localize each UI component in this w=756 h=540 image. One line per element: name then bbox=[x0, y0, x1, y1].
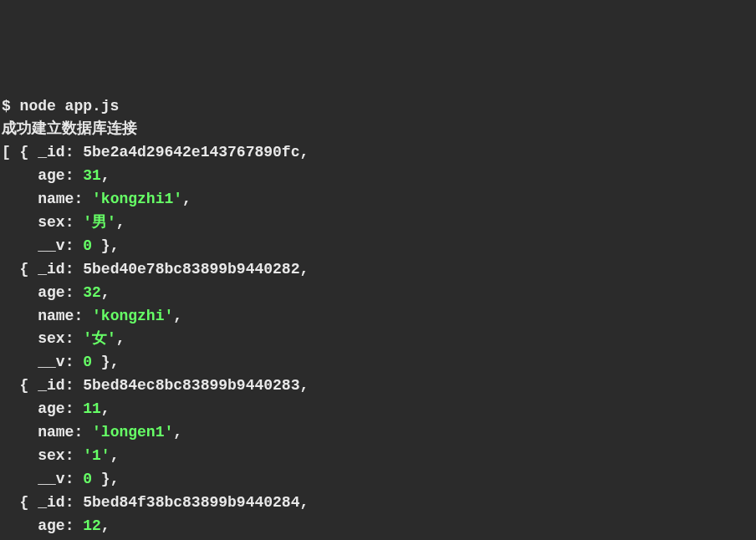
age-value-0: 31 bbox=[83, 167, 101, 184]
id-value-2: 5bed84ec8bc83899b9440283 bbox=[83, 377, 299, 394]
id-value-1: 5bed40e78bc83899b9440282 bbox=[83, 261, 299, 278]
age-value-1: 32 bbox=[83, 284, 101, 301]
id-value-3: 5bed84f38bc83899b9440284 bbox=[83, 494, 299, 511]
v-value-0: 0 bbox=[83, 237, 92, 254]
name-value-2: 'longen1' bbox=[92, 424, 173, 441]
terminal-output: $ node app.js 成功建立数据库连接 [ { _id: 5be2a4d… bbox=[0, 94, 756, 540]
sex-value-1: '女' bbox=[83, 330, 116, 347]
sex-value-0: '男' bbox=[83, 214, 116, 231]
array-open-bracket: [ { bbox=[2, 144, 38, 160]
age-value-2: 11 bbox=[83, 400, 101, 417]
connection-message: 成功建立数据库连接 bbox=[2, 120, 137, 137]
v-value-1: 0 bbox=[83, 354, 92, 370]
id-value-0: 5be2a4d29642e143767890fc bbox=[83, 144, 299, 160]
sex-key: sex bbox=[38, 214, 64, 231]
age-value-3: 12 bbox=[83, 517, 101, 534]
id-key: _id bbox=[38, 144, 64, 160]
name-value-1: 'kongzhi' bbox=[92, 308, 173, 324]
sex-value-2: '1' bbox=[83, 447, 110, 464]
v-key: __v bbox=[38, 237, 64, 254]
name-key: name bbox=[38, 191, 74, 207]
name-value-0: 'kongzhi1' bbox=[92, 191, 182, 207]
v-value-2: 0 bbox=[83, 471, 92, 487]
age-key: age bbox=[38, 167, 64, 184]
command-prompt: $ node app.js bbox=[2, 98, 119, 115]
